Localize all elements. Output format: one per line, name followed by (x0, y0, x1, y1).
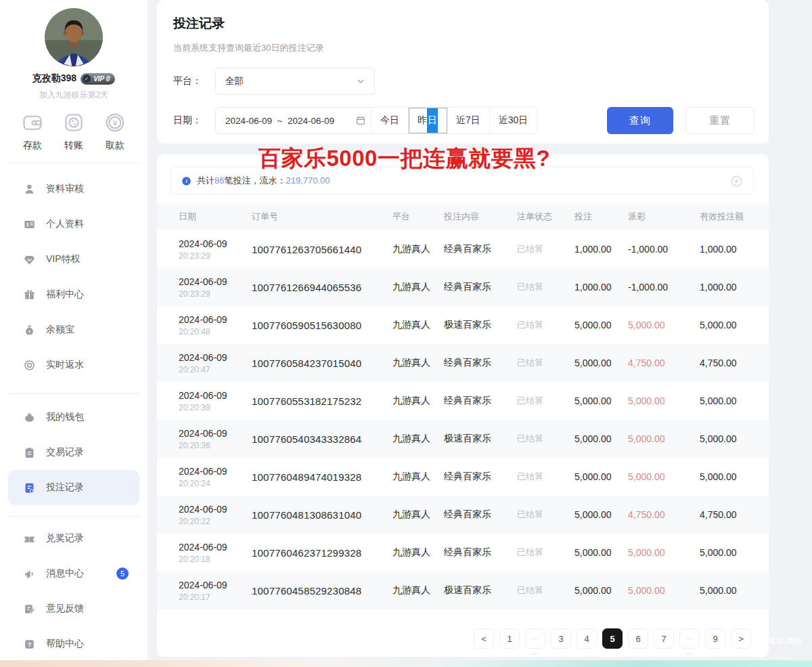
cell-payout: 5,000.00 (628, 395, 700, 406)
cell-status: 已结算 (517, 433, 574, 445)
sidebar-item-message[interactable]: 消息中心 5 (0, 556, 148, 591)
pagination-page-6[interactable]: 6 (628, 628, 648, 649)
page-subtitle: 当前系统支持查询最近30日的投注记录 (173, 42, 323, 54)
cell-bet-amount: 5,000.00 (574, 547, 628, 558)
cell-date: 2024-06-0920:20:47 (179, 352, 252, 374)
filters-card: 投注记录 当前系统支持查询最近30日的投注记录 平台： 全部 日期： 2024-… (157, 0, 769, 144)
pagination-page-9[interactable]: 9 (705, 628, 725, 649)
sidebar-item-piggy[interactable]: 我的钱包 (0, 400, 148, 435)
pagination-page-5[interactable]: 5 (602, 628, 623, 649)
pagination-ellipsis[interactable]: ⋯⋯ (679, 628, 700, 649)
cell-date: 2024-06-0920:20:17 (179, 580, 252, 602)
vip-shield-icon: ✓ (83, 74, 91, 83)
cell-valid-bet: 5,000.00 (700, 585, 752, 596)
pagination-page-1[interactable]: 1 (499, 628, 520, 649)
cell-order-number: 1007760481308631040 (252, 509, 392, 521)
sidebar-item-user-audit[interactable]: 资料审核 (0, 171, 148, 207)
pagination-page-4[interactable]: 4 (577, 628, 597, 649)
cell-date: 2024-06-0920:20:48 (179, 314, 252, 337)
cell-valid-bet: 4,750.00 (700, 358, 752, 368)
platform-select[interactable]: 全部 (215, 68, 375, 95)
sidebar-item-transaction[interactable]: 交易记录 (0, 435, 148, 470)
quick-date-button[interactable]: 近30日 (490, 108, 537, 133)
date-range-input[interactable]: 2024-06-09 ~ 2024-06-09 (215, 107, 375, 134)
sidebar-item-label: 兑奖记录 (46, 532, 84, 544)
sidebar-item-help[interactable]: ? 帮助中心 (0, 626, 148, 662)
sidebar-item-vip[interactable]: VIP特权 (0, 242, 148, 277)
wallet-action-button[interactable]: 转账 (58, 111, 90, 152)
cell-order-number: 1007760590515630080 (252, 320, 392, 331)
cell-payout: 5,000.00 (628, 471, 700, 482)
text-selection-highlight: 日 (427, 108, 438, 133)
cell-status: 已结算 (517, 471, 574, 483)
sidebar-item-prize[interactable]: 兑奖记录 (0, 521, 148, 556)
pagination-page-3[interactable]: 3 (551, 628, 571, 649)
cell-order-number: 1007760553182175232 (252, 395, 392, 407)
cell-valid-bet: 5,000.00 (700, 471, 752, 482)
cell-valid-bet: 1,000.00 (700, 282, 752, 293)
cell-platform: 九游真人 (392, 546, 444, 559)
column-header: 派彩 (628, 211, 700, 223)
cell-bet-amount: 5,000.00 (574, 509, 628, 520)
platform-filter-row: 平台： 全部 (173, 68, 375, 95)
cell-platform: 九游真人 (392, 319, 444, 331)
cell-bet-content: 经典百家乐 (444, 471, 517, 483)
sidebar-item-label: 意见反馈 (46, 603, 84, 615)
sidebar-item-label: 我的钱包 (46, 411, 84, 423)
cell-order-number: 1007761266944065536 (252, 282, 392, 293)
transfer-icon (62, 111, 85, 134)
withdraw-icon: ¥ (104, 111, 127, 134)
wallet-actions: 存款 转账 ¥ 取款 (0, 101, 148, 152)
date-filter-row: 日期： 2024-06-09 ~ 2024-06-09 (173, 107, 375, 134)
sidebar-item-money-bag[interactable]: 余额宝 (0, 312, 148, 347)
help-icon: ? (23, 638, 36, 651)
calendar-icon (355, 115, 366, 126)
sidebar-item-bet-record[interactable]: 投注记录 (8, 470, 139, 505)
plus-circle-icon[interactable] (730, 175, 743, 188)
sidebar-item-rebate[interactable]: 实时返水 (0, 347, 148, 383)
quick-date-button[interactable]: 今日 (371, 108, 409, 133)
cell-bet-amount: 1,000.00 (574, 282, 628, 293)
id-card-icon (23, 218, 36, 231)
cell-valid-bet: 1,000.00 (700, 244, 752, 255)
column-header: 有效投注额 (700, 211, 752, 223)
bet-count: 86 (215, 175, 224, 186)
unread-count-badge: 5 (116, 567, 129, 580)
table-row: 2024-06-0920:20:17 1007760458529230848 九… (157, 572, 769, 609)
pagination-ellipsis[interactable]: ⋯⋯ (525, 628, 545, 649)
cell-bet-amount: 5,000.00 (574, 395, 628, 406)
cell-status: 已结算 (517, 357, 574, 369)
cell-status: 已结算 (517, 243, 574, 255)
wallet-action-button[interactable]: 存款 (16, 111, 49, 152)
cell-date: 2024-06-0920:20:22 (179, 504, 252, 526)
pagination-prev-button[interactable]: < (474, 628, 494, 649)
summary-text: 共计86笔投注，流水：219,770.00 (197, 175, 330, 187)
column-header: 订单号 (252, 211, 392, 223)
quick-date-button[interactable]: 近7日 (447, 108, 490, 133)
reset-button[interactable]: 重置 (685, 107, 754, 134)
pagination-next-button[interactable]: > (731, 628, 751, 649)
cell-status: 已结算 (517, 546, 574, 559)
table-row: 2024-06-0920:20:48 1007760590515630080 九… (157, 306, 769, 344)
quick-date-button[interactable]: 昨日 (409, 108, 447, 133)
sidebar-item-gift[interactable]: 福利中心 (0, 277, 148, 312)
cell-payout: 5,000.00 (628, 585, 700, 596)
wallet-action-label: 存款 (23, 139, 42, 152)
sidebar-item-feedback[interactable]: 意见反馈 (0, 591, 148, 626)
main-content: 投注记录 当前系统支持查询最近30日的投注记录 平台： 全部 日期： 2024-… (157, 0, 769, 667)
bottom-gradient-strip (0, 660, 812, 667)
svg-text:¥: ¥ (112, 118, 118, 128)
query-button[interactable]: 查询 (607, 107, 673, 134)
table-row: 2024-06-0920:20:39 1007760553182175232 九… (157, 382, 769, 420)
sidebar-nav: 资料审核 个人资料 VIP特权 福利中心 余额宝 实时返水 我的钱包 交易记录 (0, 163, 148, 662)
svg-text:?: ? (28, 641, 32, 647)
cell-order-number: 1007760540343332864 (252, 433, 392, 445)
nav-group-records: 我的钱包 交易记录 投注记录 (0, 394, 148, 505)
avatar (45, 8, 103, 66)
records-card: i 共计86笔投注，流水：219,770.00 日期订单号平台投注内容注单状态投… (157, 154, 769, 657)
cell-date: 2024-06-0920:23:29 (179, 238, 252, 261)
wallet-action-button[interactable]: ¥ 取款 (99, 111, 131, 152)
sidebar-item-id-card[interactable]: 个人资料 (0, 207, 148, 242)
pagination-page-7[interactable]: 7 (654, 628, 674, 649)
nav-group-misc: 兑奖记录 消息中心 5 意见反馈 ? 帮助中心 (0, 517, 148, 662)
